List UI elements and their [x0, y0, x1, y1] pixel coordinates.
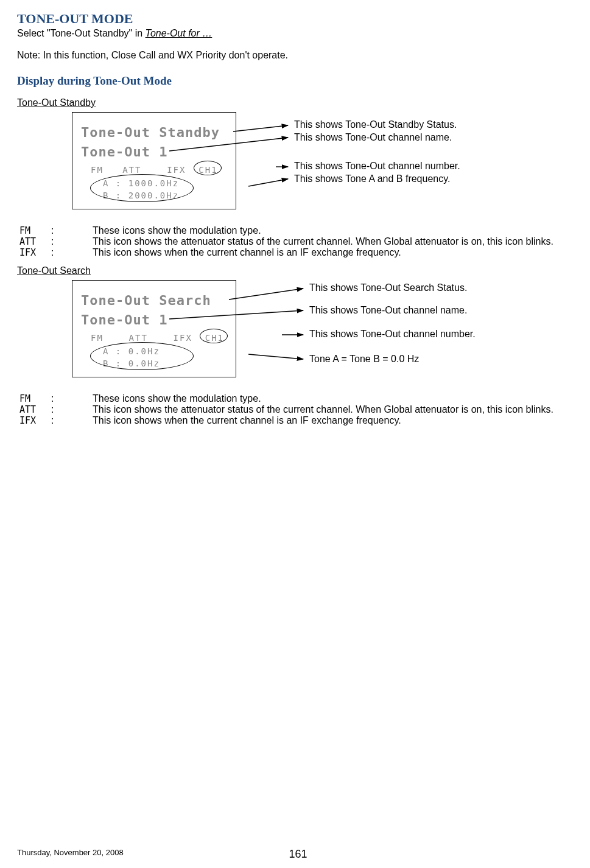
svg-line-3	[248, 179, 288, 186]
desc-colon: :	[49, 404, 90, 415]
desc-key-fm: FM	[17, 225, 49, 236]
desc-colon: :	[49, 415, 90, 426]
page-title: TONE-OUT MODE	[17, 11, 579, 27]
standby-label: Tone-Out Standby	[17, 97, 96, 108]
desc-text-att: This icon shows the attenuator status of…	[90, 404, 556, 415]
desc-colon: :	[49, 247, 90, 258]
table-row: IFX : This icon shows when the current c…	[17, 247, 556, 258]
intro-link: Tone-Out for …	[146, 28, 212, 38]
desc-text-fm: These icons show the modulation type.	[90, 393, 556, 404]
callout-status: This shows Tone-Out Search Status.	[309, 282, 467, 293]
lcd-line1: Tone-Out Search	[81, 293, 211, 308]
standby-desc-table: FM : These icons show the modulation typ…	[17, 225, 556, 258]
footer-date: Thursday, November 20, 2008	[17, 848, 124, 857]
table-row: IFX : This icon shows when the current c…	[17, 415, 556, 426]
lcd-ifx: IFX	[167, 165, 186, 175]
search-diagram: Tone-Out Search Tone-Out 1 FM ATT IFX CH…	[17, 280, 579, 390]
lcd-att: ATT	[122, 165, 141, 175]
callout-number: This shows Tone-Out channel number.	[294, 161, 460, 172]
desc-key-att: ATT	[17, 236, 49, 247]
callout-name: This shows Tone-Out channel name.	[309, 305, 467, 316]
lcd-fm: FM	[91, 165, 104, 175]
ch-ellipse	[200, 329, 228, 343]
callout-name: This shows Tone-Out channel name.	[294, 132, 452, 143]
lcd-line1: Tone-Out Standby	[81, 125, 220, 140]
callout-freq: Tone A = Tone B = 0.0 Hz	[309, 354, 419, 365]
page-footer: Thursday, November 20, 2008 161	[17, 848, 579, 857]
desc-text-ifx: This icon shows when the current channel…	[90, 415, 556, 426]
search-desc-table: FM : These icons show the modulation typ…	[17, 393, 556, 426]
freq-ellipse	[90, 342, 194, 370]
desc-colon: :	[49, 225, 90, 236]
desc-text-att: This icon shows the attenuator status of…	[90, 236, 556, 247]
lcd-line2: Tone-Out 1	[81, 312, 167, 327]
table-row: FM : These icons show the modulation typ…	[17, 225, 556, 236]
desc-colon: :	[49, 236, 90, 247]
table-row: ATT : This icon shows the attenuator sta…	[17, 404, 556, 415]
intro-text: Select "Tone-Out Standby" in Tone-Out fo…	[17, 28, 579, 39]
desc-key-att: ATT	[17, 404, 49, 415]
callout-status: This shows Tone-Out Standby Status.	[294, 119, 457, 130]
footer-page: 161	[289, 848, 307, 861]
callout-freq: This shows Tone A and B frequency.	[294, 173, 450, 184]
svg-line-7	[248, 354, 303, 359]
intro-prefix: Select "Tone-Out Standby" in	[17, 28, 146, 38]
search-label: Tone-Out Search	[17, 265, 91, 276]
ch-ellipse	[194, 161, 222, 175]
table-row: FM : These icons show the modulation typ…	[17, 393, 556, 404]
svg-line-4	[229, 289, 303, 299]
desc-colon: :	[49, 393, 90, 404]
lcd-line2: Tone-Out 1	[81, 144, 167, 159]
desc-text-ifx: This icon shows when the current channel…	[90, 247, 556, 258]
desc-key-ifx: IFX	[17, 247, 49, 258]
note-text: Note: In this function, Close Call and W…	[17, 50, 579, 61]
lcd-fm: FM	[91, 333, 104, 343]
desc-key-fm: FM	[17, 393, 49, 404]
table-row: ATT : This icon shows the attenuator sta…	[17, 236, 556, 247]
desc-text-fm: These icons show the modulation type.	[90, 225, 556, 236]
lcd-att: ATT	[129, 333, 148, 343]
callout-number: This shows Tone-Out channel number.	[309, 329, 476, 340]
standby-diagram: Tone-Out Standby Tone-Out 1 FM ATT IFX C…	[17, 112, 579, 222]
desc-key-ifx: IFX	[17, 415, 49, 426]
svg-line-0	[233, 125, 288, 131]
lcd-ifx: IFX	[174, 333, 192, 343]
freq-ellipse	[90, 174, 194, 202]
section-heading-display: Display during Tone-Out Mode	[17, 74, 579, 88]
